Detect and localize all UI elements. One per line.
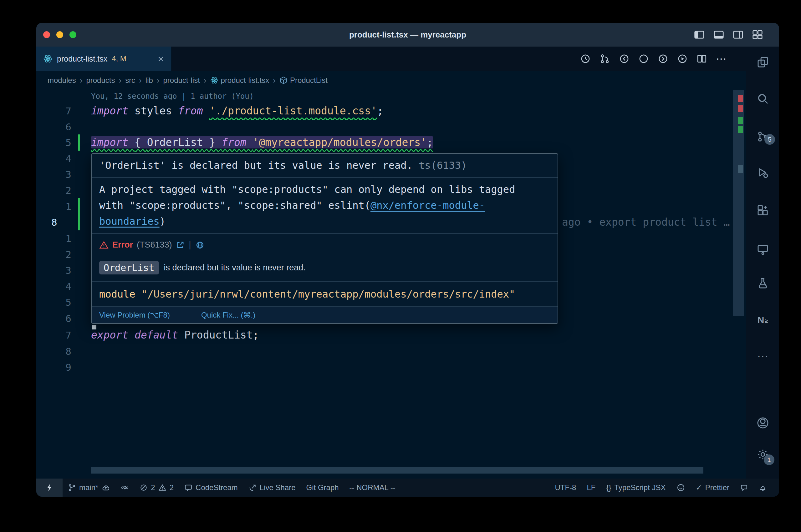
line-number[interactable]: 9 (49, 359, 71, 375)
layout-panel-icon[interactable] (713, 29, 725, 41)
line-number[interactable]: 7 (49, 103, 71, 119)
line-number[interactable]: 4 (49, 278, 71, 294)
minimize-window-button[interactable] (56, 31, 63, 38)
globe-icon[interactable] (196, 241, 204, 249)
layout-sidebar-right-icon[interactable] (732, 29, 744, 41)
identifier-token: styles (134, 105, 178, 117)
notifications-status-item[interactable] (753, 478, 772, 497)
tab-close-icon[interactable]: × (158, 54, 164, 64)
encoding-status-item[interactable]: UTF-8 (549, 478, 581, 497)
remote-explorer-icon[interactable] (755, 242, 770, 257)
bell-icon (759, 483, 767, 492)
line-number[interactable]: 1 (49, 198, 71, 214)
line-number[interactable]: 3 (49, 166, 71, 183)
breadcrumb-item-products[interactable]: products (86, 76, 115, 85)
tab-modified-badge: 4, M (112, 54, 126, 63)
ruler-cursor-mark (738, 165, 743, 173)
line-number[interactable]: 2 (49, 182, 71, 198)
eslint-rule-link[interactable]: boundaries (99, 215, 160, 227)
vim-mode-status-item[interactable]: -- NORMAL -- (344, 478, 401, 497)
search-icon[interactable] (755, 91, 770, 106)
run-debug-icon[interactable] (755, 165, 770, 180)
zoom-window-button[interactable] (70, 31, 76, 38)
horizontal-scrollbar[interactable] (91, 467, 703, 474)
live-share-status-item[interactable]: Live Share (243, 478, 301, 497)
breadcrumb-item-lib[interactable]: lib (145, 76, 153, 85)
breadcrumb-item-modules[interactable]: modules (48, 76, 76, 85)
chevron-right-icon: › (157, 76, 160, 86)
timeline-icon[interactable] (580, 54, 591, 64)
screen: product-list.tsx — myreactapp (0, 0, 801, 532)
codestream-status-item[interactable]: CodeStream (179, 478, 243, 497)
problems-status-item[interactable]: 2 2 (134, 478, 179, 497)
chevron-right-icon: › (119, 76, 122, 86)
quick-fix-link[interactable]: Quick Fix... (⌘.) (201, 311, 255, 320)
external-link-icon[interactable] (176, 241, 185, 249)
breadcrumb-symbol-label: ProductList (290, 76, 328, 85)
git-graph-status-item[interactable]: Git Graph (301, 478, 344, 497)
current-line-number[interactable]: 8 (51, 214, 79, 230)
vim-mode-label: -- NORMAL -- (349, 483, 396, 492)
line-number[interactable]: 6 (49, 119, 71, 135)
compare-changes-item[interactable] (115, 478, 134, 497)
nx-mark: ≥ (765, 318, 768, 325)
breadcrumb-item-file[interactable]: product-list.tsx (210, 76, 269, 85)
breadcrumb-item-symbol[interactable]: ProductList (279, 76, 328, 85)
symbol-chip: OrderList (99, 261, 159, 274)
blame-code-lens[interactable]: You, 12 seconds ago | 1 author (You) (91, 90, 254, 103)
run-file-icon[interactable] (677, 54, 688, 64)
line-number[interactable]: 1 (49, 230, 71, 247)
breadcrumb: modules › products › src › lib › product… (36, 71, 746, 90)
editor[interactable]: 7 6 5 4 3 2 1 8 1 2 3 4 5 6 7 8 9 You, 1… (36, 90, 746, 478)
breadcrumb-item-src[interactable]: src (125, 76, 135, 85)
codestream-icon (184, 483, 193, 492)
hover-resize-grip[interactable] (92, 325, 96, 329)
line-number[interactable]: 2 (49, 246, 71, 263)
more-actions-icon[interactable]: ⋯ (716, 54, 727, 64)
eslint-rule-link[interactable]: @nx/enforce-module- (370, 200, 485, 211)
navigate-back-icon[interactable] (619, 54, 630, 64)
chevron-right-icon: › (80, 76, 83, 86)
testing-flask-icon[interactable] (755, 276, 770, 291)
tab-product-list[interactable]: product-list.tsx 4, M × (36, 46, 171, 71)
live-share-label: Live Share (260, 483, 296, 492)
line-number[interactable]: 5 (49, 294, 71, 310)
error-circle-icon (140, 483, 148, 492)
nx-console-icon[interactable]: N≥ (755, 312, 770, 327)
split-editor-icon[interactable] (696, 54, 707, 64)
navigate-forward-icon[interactable] (658, 54, 668, 64)
line-number[interactable]: 3 (49, 262, 71, 279)
line-number[interactable]: 4 (49, 150, 71, 167)
line-number[interactable]: 6 (49, 310, 71, 327)
eol-status-item[interactable]: LF (581, 478, 601, 497)
code-line-export-default[interactable]: export default ProductList; (91, 327, 259, 343)
layout-sidebar-left-icon[interactable] (693, 29, 705, 41)
line-number[interactable]: 5 (49, 134, 71, 151)
line-number[interactable]: 8 (49, 343, 71, 359)
layout-customize-icon[interactable] (751, 29, 763, 41)
react-file-icon (43, 54, 53, 63)
line-number[interactable]: 7 (49, 327, 71, 343)
view-problem-link[interactable]: View Problem (⌥F8) (99, 311, 170, 320)
prettier-status-item[interactable]: ✓ Prettier (691, 478, 735, 497)
files-icon[interactable] (755, 55, 770, 70)
language-status-item[interactable]: {} TypeScript JSX (601, 478, 671, 497)
account-icon[interactable] (755, 415, 770, 431)
additional-views-icon[interactable]: ⋯ (755, 349, 770, 364)
string-token: './product-list.module.css' (209, 105, 377, 117)
git-compare-icon[interactable] (600, 54, 610, 64)
diagnostic-message: 'OrderList' is declared but its value is… (99, 159, 413, 171)
code-line-import-orderlist[interactable]: import { OrderList } from '@myreactapp/m… (91, 134, 433, 151)
branch-status-item[interactable]: main* (62, 478, 115, 497)
feedback-status-item[interactable] (735, 478, 753, 497)
ruler-error-mark (738, 105, 743, 112)
code-line-import-styles[interactable]: import styles from './product-list.modul… (91, 103, 383, 119)
chevron-right-icon: › (139, 76, 142, 86)
record-icon[interactable] (638, 54, 649, 64)
status-bar-left: main* 2 (36, 478, 549, 497)
extensions-icon[interactable] (755, 203, 770, 218)
copilot-status-item[interactable] (671, 478, 691, 497)
close-window-button[interactable] (43, 31, 50, 38)
breadcrumb-item-product-list[interactable]: product-list (163, 76, 200, 85)
remote-indicator[interactable] (36, 478, 62, 497)
